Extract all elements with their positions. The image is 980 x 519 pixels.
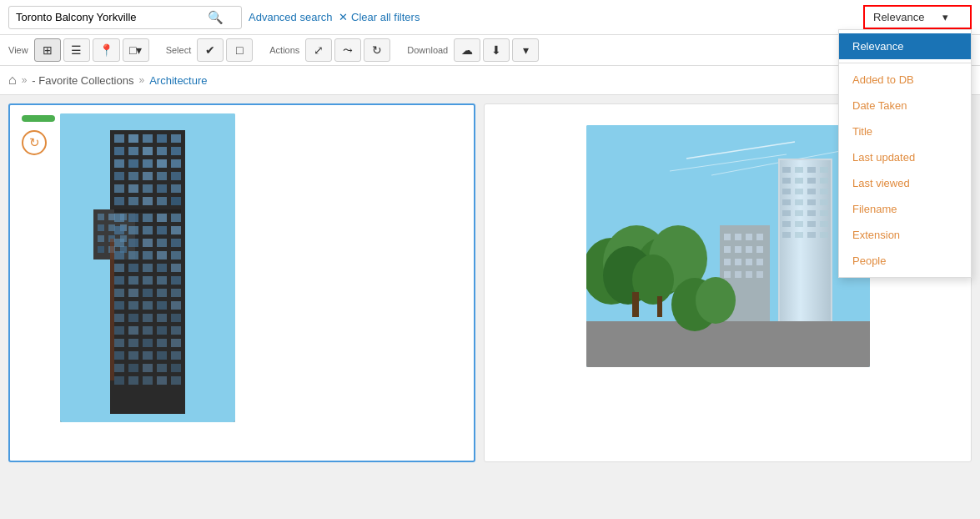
sort-option-filename[interactable]: Filename xyxy=(839,196,971,222)
svg-rect-60 xyxy=(171,239,181,247)
svg-rect-160 xyxy=(782,199,791,205)
search-input[interactable] xyxy=(16,11,208,23)
sort-option-added-to-db[interactable]: Added to DB xyxy=(839,67,971,93)
svg-rect-51 xyxy=(114,226,124,234)
share-button[interactable]: ⤳ xyxy=(334,38,361,62)
svg-rect-22 xyxy=(114,184,124,193)
svg-rect-170 xyxy=(807,221,816,227)
svg-rect-63 xyxy=(143,251,153,260)
sort-option-last-viewed[interactable]: Last viewed xyxy=(839,170,971,196)
list-view-button[interactable]: ☰ xyxy=(63,38,90,62)
sort-option-title[interactable]: Title xyxy=(839,118,971,144)
svg-rect-165 xyxy=(795,210,803,216)
svg-rect-76 xyxy=(114,289,124,297)
svg-rect-87 xyxy=(128,314,138,322)
svg-rect-109 xyxy=(157,364,167,372)
search-button[interactable]: 🔍 xyxy=(208,10,224,25)
svg-rect-62 xyxy=(128,251,138,260)
svg-rect-101 xyxy=(114,351,124,360)
svg-rect-39 xyxy=(98,235,104,242)
svg-rect-128 xyxy=(657,296,662,317)
svg-rect-75 xyxy=(171,276,181,285)
sort-option-people[interactable]: People xyxy=(839,248,971,274)
download-group: Download ☁ ⬇ ▾ xyxy=(407,38,539,62)
svg-rect-175 xyxy=(820,232,828,238)
svg-rect-18 xyxy=(128,172,138,180)
breadcrumb-sep-1: » xyxy=(22,74,28,86)
image-card-1[interactable]: ↻ xyxy=(8,103,475,462)
svg-rect-47 xyxy=(128,214,138,222)
download-label: Download xyxy=(407,45,448,55)
svg-rect-57 xyxy=(128,239,138,247)
home-icon[interactable]: ⌂ xyxy=(8,73,17,88)
svg-rect-16 xyxy=(171,159,181,168)
svg-rect-152 xyxy=(782,178,791,184)
svg-rect-105 xyxy=(171,351,181,360)
svg-rect-130 xyxy=(724,234,731,240)
download-file-button[interactable]: ⬇ xyxy=(483,38,510,62)
svg-rect-89 xyxy=(157,314,167,322)
svg-rect-153 xyxy=(795,178,803,184)
sort-option-last-updated[interactable]: Last updated xyxy=(839,144,971,170)
svg-rect-52 xyxy=(128,226,138,234)
grid-view-button[interactable]: ⊞ xyxy=(34,38,61,62)
download-cloud-button[interactable]: ☁ xyxy=(454,38,480,62)
svg-rect-29 xyxy=(143,197,153,205)
svg-rect-26 xyxy=(171,184,181,193)
svg-rect-15 xyxy=(157,159,167,168)
svg-rect-45 xyxy=(114,209,181,213)
svg-rect-61 xyxy=(114,251,124,260)
advanced-search-link[interactable]: Advanced search xyxy=(249,11,332,23)
sort-option-date-taken[interactable]: Date Taken xyxy=(839,93,971,118)
view-select-button[interactable]: □▾ xyxy=(123,38,149,62)
svg-rect-110 xyxy=(171,364,181,372)
svg-rect-46 xyxy=(114,214,124,222)
refresh-button[interactable]: ↻ xyxy=(364,38,390,62)
svg-rect-34 xyxy=(108,214,115,220)
select-all-button[interactable]: ✔ xyxy=(197,38,224,62)
svg-rect-135 xyxy=(735,246,741,253)
refresh-icon[interactable]: ↻ xyxy=(22,130,47,155)
search-box: 🔍 xyxy=(8,6,242,29)
svg-rect-54 xyxy=(157,226,167,234)
clear-filters-link[interactable]: ✕ Clear all filters xyxy=(339,11,420,23)
svg-rect-50 xyxy=(171,214,181,222)
select-label: Select xyxy=(166,45,192,55)
favorite-collections-link[interactable]: - Favorite Collections xyxy=(32,74,133,87)
svg-rect-67 xyxy=(128,264,138,272)
svg-rect-115 xyxy=(171,376,181,385)
svg-rect-82 xyxy=(128,301,138,310)
svg-rect-176 xyxy=(586,321,870,367)
card-image-2 xyxy=(586,125,870,367)
sort-option-extension[interactable]: Extension xyxy=(839,222,971,248)
svg-rect-155 xyxy=(820,178,828,184)
svg-rect-20 xyxy=(157,172,167,180)
svg-rect-88 xyxy=(143,314,153,322)
svg-rect-94 xyxy=(157,326,167,335)
map-view-button[interactable]: 📍 xyxy=(93,38,120,62)
sort-option-relevance[interactable]: Relevance xyxy=(839,33,971,59)
svg-rect-132 xyxy=(746,234,752,240)
svg-rect-104 xyxy=(157,351,167,360)
svg-rect-99 xyxy=(157,339,167,347)
svg-rect-27 xyxy=(114,197,124,205)
actions-label: Actions xyxy=(269,45,299,55)
svg-rect-113 xyxy=(143,376,153,385)
sort-dropdown-button[interactable]: Relevance ▾ xyxy=(863,5,972,29)
card-image-1 xyxy=(60,113,235,422)
svg-rect-161 xyxy=(795,199,803,205)
svg-rect-139 xyxy=(735,259,741,265)
svg-rect-78 xyxy=(143,289,153,297)
breadcrumb-sep-2: » xyxy=(138,74,144,86)
svg-rect-103 xyxy=(143,351,153,360)
svg-rect-28 xyxy=(128,197,138,205)
svg-rect-4 xyxy=(143,134,153,143)
breadcrumb: ⌂ » - Favorite Collections » Architectur… xyxy=(0,66,980,95)
svg-rect-91 xyxy=(114,326,124,335)
select-none-button[interactable]: □ xyxy=(226,38,253,62)
svg-rect-6 xyxy=(171,134,181,143)
chevron-down-icon: ▾ xyxy=(929,11,962,23)
download-more-button[interactable]: ▾ xyxy=(512,38,539,62)
expand-button[interactable]: ⤢ xyxy=(305,38,332,62)
svg-rect-164 xyxy=(782,210,791,216)
